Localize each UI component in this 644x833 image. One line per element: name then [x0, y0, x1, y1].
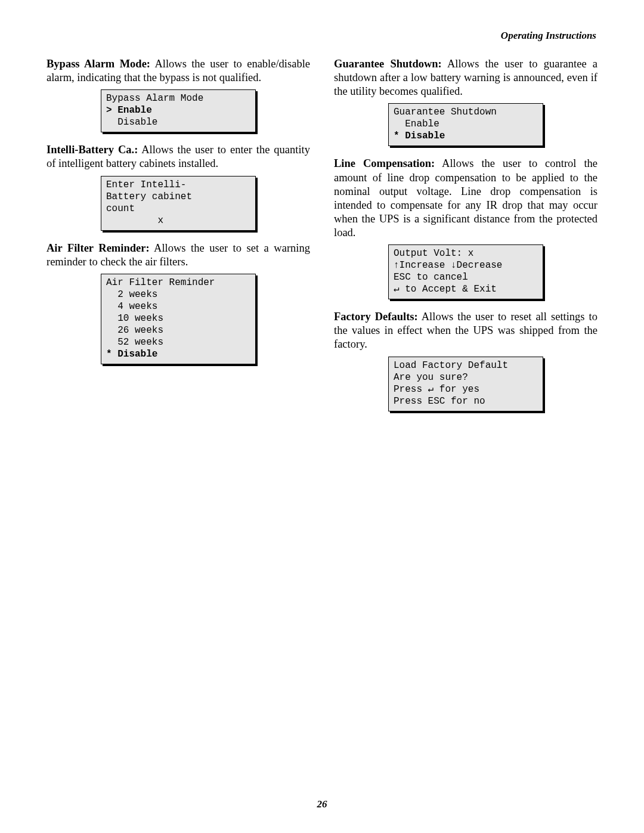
guarantee-shutdown-lead: Guarantee Shutdown:	[334, 58, 442, 70]
lcd-line: ↑Increase ↓Decrease	[394, 260, 502, 271]
intelli-battery-lcd: Enter Intelli- Battery cabinet count x	[101, 176, 256, 231]
lcd-line: Output Volt: x	[394, 248, 473, 259]
lcd-line: 2 weeks	[106, 289, 157, 300]
right-column: Guarantee Shutdown: Allows the user to g…	[334, 57, 597, 422]
lcd-line: 4 weeks	[106, 301, 157, 312]
line-compensation-paragraph: Line Compensation: Allows the user to co…	[334, 157, 597, 240]
lcd-line: Enable	[394, 119, 439, 129]
lcd-line: ESC to cancel	[394, 272, 468, 283]
bypass-alarm-lcd: Bypass Alarm Mode > Enable Disable	[101, 89, 256, 132]
two-column-layout: Bypass Alarm Mode: Allows the user to en…	[47, 57, 597, 422]
lcd-line: Disable	[106, 117, 157, 128]
lcd-line: Are you sure?	[394, 372, 468, 383]
factory-defaults-lcd: Load Factory Default Are you sure? Press…	[388, 357, 543, 411]
page-number: 26	[0, 798, 644, 810]
air-filter-paragraph: Air Filter Reminder: Allows the user to …	[47, 241, 310, 269]
lcd-line: Press ↵ for yes	[394, 384, 479, 395]
lcd-line: Air Filter Reminder	[106, 277, 215, 288]
air-filter-lead: Air Filter Reminder:	[47, 242, 150, 254]
lcd-line: ↵ to Accept & Exit	[394, 284, 497, 295]
lcd-line: count	[106, 203, 135, 214]
lcd-line: x	[106, 215, 163, 226]
lcd-line: 26 weeks	[106, 325, 163, 336]
line-compensation-text: Allows the user to control the amount of…	[334, 157, 597, 239]
line-compensation-lcd: Output Volt: x ↑Increase ↓Decrease ESC t…	[388, 244, 543, 299]
lcd-line: * Disable	[106, 349, 157, 360]
lcd-line: Press ESC for no	[394, 396, 485, 407]
lcd-line: 10 weeks	[106, 313, 163, 324]
lcd-line: * Disable	[394, 131, 445, 141]
lcd-line: 52 weeks	[106, 337, 163, 348]
line-compensation-lead: Line Compensation:	[334, 157, 435, 169]
guarantee-shutdown-paragraph: Guarantee Shutdown: Allows the user to g…	[334, 57, 597, 98]
lcd-line: Battery cabinet	[106, 191, 192, 202]
lcd-line: > Enable	[106, 105, 152, 116]
page-header: Operating Instructions	[47, 30, 597, 42]
lcd-line: Bypass Alarm Mode	[106, 93, 203, 104]
left-column: Bypass Alarm Mode: Allows the user to en…	[47, 57, 310, 422]
intelli-battery-paragraph: Intelli-Battery Ca.: Allows the user to …	[47, 143, 310, 171]
factory-defaults-lead: Factory Defaults:	[334, 311, 418, 323]
lcd-line: Enter Intelli-	[106, 179, 186, 190]
lcd-line: Load Factory Default	[394, 360, 508, 371]
bypass-alarm-paragraph: Bypass Alarm Mode: Allows the user to en…	[47, 57, 310, 85]
intelli-battery-lead: Intelli-Battery Ca.:	[47, 144, 138, 156]
bypass-alarm-lead: Bypass Alarm Mode:	[47, 58, 150, 70]
guarantee-shutdown-lcd: Guarantee Shutdown Enable * Disable	[388, 103, 543, 146]
factory-defaults-paragraph: Factory Defaults: Allows the user to res…	[334, 310, 597, 351]
air-filter-lcd: Air Filter Reminder 2 weeks 4 weeks 10 w…	[101, 274, 256, 364]
lcd-line: Guarantee Shutdown	[394, 107, 497, 117]
